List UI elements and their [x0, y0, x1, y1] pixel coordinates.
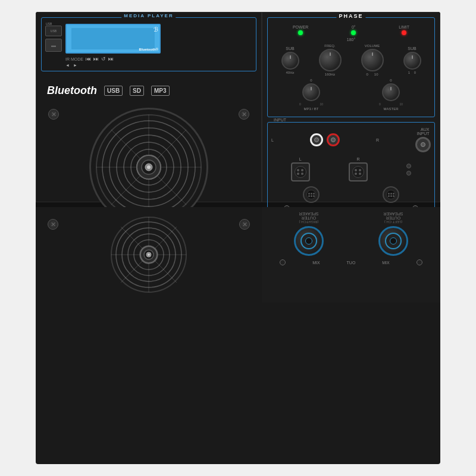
- bottom-mix-l: MIX: [312, 261, 320, 265]
- mic-left[interactable]: [303, 186, 320, 203]
- sub-left-knob[interactable]: [281, 52, 299, 70]
- freq-label: FREQ.: [324, 44, 335, 48]
- aux-group: AUXINPUT: [415, 127, 431, 152]
- knob-row-2: 0 010 MP3 / BT 0: [271, 79, 431, 111]
- media-player-box: MEDIA PLAYER USB ▬: [41, 17, 256, 71]
- mic-dot: [313, 193, 315, 195]
- limit-indicator: LIMIT: [399, 25, 409, 35]
- aux-center: [421, 142, 425, 147]
- xlr-dot: [301, 173, 303, 175]
- mic-dot: [308, 195, 310, 197]
- limit-label: LIMIT: [399, 25, 409, 29]
- sd-icon: ▬: [51, 43, 56, 48]
- ref-speaker-label-r: SPEAKER: [299, 212, 318, 216]
- bottom-screw-tr: ✕: [239, 219, 250, 230]
- mic-right-inner: [386, 190, 396, 199]
- mp3bt-knob[interactable]: [302, 83, 320, 101]
- bottom-mix-r: MIX: [382, 261, 389, 265]
- input-label: INPUT: [273, 118, 287, 122]
- mp3bt-group: 0 010 MP3 / BT: [299, 79, 323, 111]
- mp3bt-label: MP3 / BT: [303, 107, 318, 111]
- mic-dot-r: [388, 195, 390, 197]
- phase-title: PHASE: [336, 13, 365, 19]
- ref-right: (RIGHTCH.) OUTER SPEAKER: [299, 212, 318, 224]
- xlr-dot: [297, 173, 299, 175]
- next-btn[interactable]: ⏭: [93, 56, 99, 62]
- mic-dots-r: [388, 193, 394, 197]
- ref-outer-label: OUTER: [386, 216, 401, 220]
- right-panel: PHASE POWER 0° LIMIT: [262, 12, 440, 202]
- zero-led: [351, 30, 356, 35]
- mic-dot: [313, 195, 315, 197]
- hz-40-label: 40Hz: [286, 71, 294, 74]
- zero-indicator: 0°: [351, 25, 356, 35]
- bsl-inner: [300, 233, 317, 249]
- power-label: POWER: [293, 25, 308, 29]
- master-label: MASTER: [383, 107, 398, 111]
- mic-dot: [311, 193, 312, 195]
- bottom-speaker-right[interactable]: [378, 226, 408, 256]
- xlr-right-inner: [352, 166, 364, 178]
- ff-btn[interactable]: ⏭: [108, 56, 114, 62]
- knob-marker-3: [372, 52, 373, 56]
- rca-center-white: [314, 137, 319, 142]
- knob-marker-5: [311, 87, 312, 90]
- mic-dot-r: [390, 193, 392, 195]
- deco-dot: [406, 171, 411, 176]
- mic-row: [271, 186, 431, 203]
- deco-dot: [406, 164, 411, 168]
- rca-jacks: [310, 133, 340, 146]
- mic-dot-r: [393, 193, 394, 195]
- repeat-btn[interactable]: ↺: [101, 56, 106, 62]
- ref-outer-label-r: OUTER: [302, 216, 317, 220]
- limit-led: [402, 30, 406, 35]
- master-scale: 010: [379, 102, 403, 106]
- mic-right[interactable]: [383, 186, 399, 203]
- mic-dot-r: [390, 195, 392, 197]
- xlr-dot-r: [359, 173, 361, 175]
- usb-label: USB: [51, 29, 57, 33]
- xlr-dots-r: [355, 169, 362, 175]
- phase-indicators: POWER 0° LIMIT: [271, 25, 431, 35]
- xlr-r-group: R: [349, 157, 368, 181]
- power-indicator: POWER: [293, 25, 308, 35]
- prev-btn[interactable]: ⏮: [86, 56, 91, 62]
- sd-slot[interactable]: ▬: [45, 39, 62, 52]
- xlr-dot: [297, 169, 299, 171]
- xlr-dot: [301, 169, 303, 171]
- usb-port[interactable]: USB: [45, 26, 62, 36]
- sd-feature-icon: SD: [130, 86, 144, 96]
- r-label: R: [376, 138, 379, 142]
- mic-dot-r: [393, 195, 394, 197]
- freq-knob[interactable]: [319, 49, 342, 71]
- rca-red[interactable]: [327, 133, 340, 146]
- degree-180-label: 180°: [271, 37, 431, 42]
- lcd-display-inner: [71, 28, 155, 50]
- svg-point-29: [148, 253, 150, 256]
- vol-down-btn[interactable]: ◄: [65, 63, 70, 67]
- bottom-fan: [110, 216, 187, 293]
- rca-white[interactable]: [310, 133, 323, 146]
- master-knob[interactable]: [382, 83, 400, 101]
- zero-label: 0°: [352, 25, 356, 29]
- xlr-right[interactable]: [349, 162, 368, 181]
- bottom-fan-svg: [110, 216, 187, 293]
- mic-dot: [311, 195, 312, 197]
- features-row: Bluetooth USB SD MP3: [41, 76, 256, 102]
- sub-right-knob[interactable]: [403, 52, 421, 70]
- volume-knob[interactable]: [361, 49, 384, 71]
- bluetooth-main-label: Bluetooth: [47, 84, 97, 97]
- volume-label: VOLUME: [365, 44, 380, 48]
- xlr-row: L: [271, 157, 431, 181]
- freq-group: FREQ. 160Hz: [319, 44, 342, 76]
- bsr-center: [390, 237, 397, 245]
- bottom-speaker-left[interactable]: [294, 226, 324, 256]
- aux-jack[interactable]: [415, 137, 431, 152]
- xlr-l-label: L: [299, 157, 302, 161]
- vol-up-btn[interactable]: ►: [73, 63, 77, 67]
- mic-dot: [308, 193, 310, 195]
- bottom-left-panel: ✕ ✕: [36, 207, 262, 302]
- device-panel: MEDIA PLAYER USB ▬: [36, 12, 440, 464]
- lcd-display: ℬ Bluetooth®: [65, 24, 161, 54]
- xlr-left[interactable]: [291, 162, 310, 181]
